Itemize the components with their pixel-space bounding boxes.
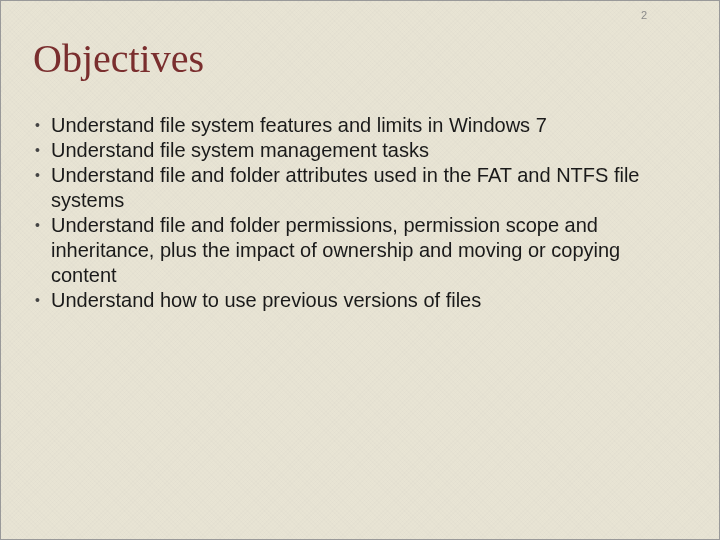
list-item: Understand file and folder attributes us… [35, 163, 669, 213]
list-item: Understand file system management tasks [35, 138, 669, 163]
page-number: 2 [641, 9, 647, 21]
bullet-list: Understand file system features and limi… [35, 113, 669, 313]
list-item: Understand file system features and limi… [35, 113, 669, 138]
list-item: Understand how to use previous versions … [35, 288, 669, 313]
slide-title: Objectives [33, 35, 204, 82]
list-item: Understand file and folder permissions, … [35, 213, 669, 288]
